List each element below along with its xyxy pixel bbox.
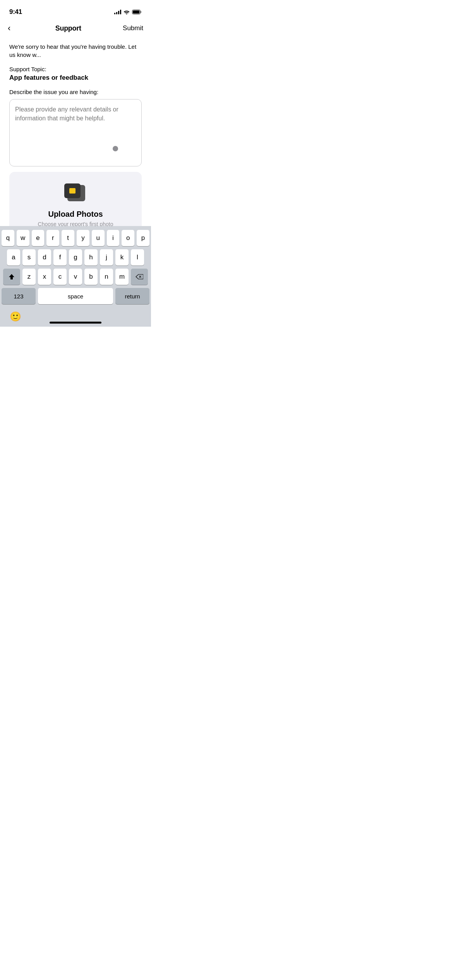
- support-topic-label: Support Topic:: [9, 66, 142, 72]
- form-content: We're sorry to hear that you're having t…: [0, 38, 151, 166]
- keyboard-row-3: z x c v b n m: [2, 269, 149, 285]
- key-q[interactable]: q: [2, 230, 14, 246]
- key-r[interactable]: r: [46, 230, 59, 246]
- key-m[interactable]: m: [115, 269, 129, 285]
- key-h[interactable]: h: [84, 249, 98, 266]
- key-j[interactable]: j: [100, 249, 113, 266]
- battery-icon: [132, 10, 142, 14]
- photo-icon-front: [64, 183, 81, 198]
- key-p[interactable]: p: [137, 230, 149, 246]
- delete-key[interactable]: [131, 269, 148, 285]
- key-y[interactable]: y: [77, 230, 89, 246]
- emoji-key[interactable]: 🙂: [8, 309, 23, 324]
- home-indicator: [50, 322, 101, 324]
- key-s[interactable]: s: [22, 249, 36, 266]
- wifi-icon: [124, 10, 130, 14]
- key-e[interactable]: e: [32, 230, 45, 246]
- svg-rect-1: [133, 10, 140, 14]
- back-button[interactable]: ‹: [8, 22, 14, 35]
- keyboard-row-2: a s d f g h j k l: [2, 249, 149, 266]
- shift-key[interactable]: [3, 269, 20, 285]
- key-v[interactable]: v: [69, 269, 82, 285]
- status-time: 9:41: [9, 8, 22, 16]
- key-i[interactable]: i: [107, 230, 120, 246]
- key-d[interactable]: d: [38, 249, 51, 266]
- intro-text: We're sorry to hear that you're having t…: [9, 43, 142, 59]
- key-x[interactable]: x: [38, 269, 51, 285]
- cursor-indicator: [113, 146, 118, 151]
- key-l[interactable]: l: [131, 249, 144, 266]
- upload-icon: [64, 183, 87, 204]
- support-topic-value: App features or feedback: [9, 74, 142, 82]
- key-a[interactable]: a: [7, 249, 20, 266]
- nav-bar: ‹ Support Submit: [0, 19, 151, 38]
- key-w[interactable]: w: [17, 230, 29, 246]
- key-c[interactable]: c: [53, 269, 67, 285]
- key-b[interactable]: b: [84, 269, 98, 285]
- space-key[interactable]: space: [38, 288, 113, 304]
- issue-text-input-container[interactable]: [9, 99, 142, 166]
- key-u[interactable]: u: [92, 230, 105, 246]
- keyboard-row-1: q w e r t y u i o p: [2, 230, 149, 246]
- return-key[interactable]: return: [115, 288, 149, 304]
- photo-icon-image: [69, 188, 76, 194]
- key-t[interactable]: t: [62, 230, 74, 246]
- describe-label: Describe the issue you are having:: [9, 89, 142, 95]
- keyboard-row-4: 123 space return: [2, 288, 149, 304]
- key-n[interactable]: n: [100, 269, 113, 285]
- page-title: Support: [55, 24, 81, 33]
- numbers-key[interactable]: 123: [2, 288, 36, 304]
- submit-button[interactable]: Submit: [123, 24, 143, 32]
- issue-textarea[interactable]: [15, 105, 136, 159]
- key-z[interactable]: z: [22, 269, 36, 285]
- key-o[interactable]: o: [122, 230, 134, 246]
- keyboard: q w e r t y u i o p a s d f g h j k l z …: [0, 226, 151, 327]
- status-bar: 9:41: [0, 0, 151, 19]
- key-k[interactable]: k: [115, 249, 129, 266]
- status-icons: [114, 10, 142, 14]
- key-g[interactable]: g: [69, 249, 82, 266]
- signal-bars-icon: [114, 10, 121, 14]
- key-f[interactable]: f: [53, 249, 67, 266]
- upload-title: Upload Photos: [48, 210, 103, 219]
